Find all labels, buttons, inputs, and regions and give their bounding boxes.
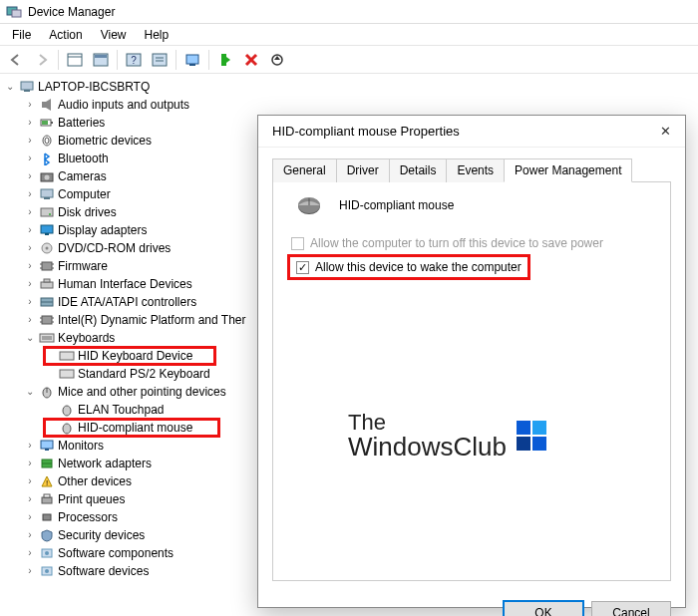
expander-icon[interactable]: › bbox=[24, 96, 36, 114]
expander-icon[interactable]: › bbox=[24, 275, 36, 293]
tree-hid-keyboard[interactable]: · HID Keyboard Device bbox=[44, 347, 215, 365]
expander-icon[interactable]: › bbox=[24, 437, 36, 455]
expander-icon[interactable]: › bbox=[24, 562, 36, 580]
svg-rect-25 bbox=[42, 121, 48, 125]
expander-icon[interactable]: ⌄ bbox=[24, 329, 36, 347]
expander-icon[interactable]: › bbox=[24, 167, 36, 185]
keyboard-icon bbox=[58, 348, 76, 364]
tree-item-label: Mice and other pointing devices bbox=[58, 383, 226, 401]
tab-general[interactable]: General bbox=[272, 158, 337, 182]
checkbox-label: Allow this device to wake the computer bbox=[315, 260, 522, 274]
hid-icon bbox=[38, 276, 56, 292]
close-icon[interactable]: ✕ bbox=[655, 124, 675, 139]
menu-action[interactable]: Action bbox=[41, 26, 90, 44]
checkbox-allow-turnoff: Allow the computer to turn off this devi… bbox=[287, 236, 656, 250]
update-button[interactable] bbox=[265, 49, 289, 71]
expander-icon[interactable]: › bbox=[24, 132, 36, 150]
checkbox-allow-wake[interactable]: ✓ Allow this device to wake the computer bbox=[292, 260, 522, 274]
expander-icon[interactable]: › bbox=[24, 508, 36, 526]
svg-point-33 bbox=[49, 213, 51, 215]
expander-icon[interactable]: › bbox=[24, 185, 36, 203]
tree-item-label: ELAN Touchpad bbox=[78, 401, 165, 419]
expander-icon[interactable]: › bbox=[24, 490, 36, 508]
cancel-button[interactable]: Cancel bbox=[591, 601, 671, 616]
cpu-icon bbox=[38, 509, 56, 525]
svg-rect-32 bbox=[41, 208, 53, 216]
expander-icon[interactable]: › bbox=[24, 472, 36, 490]
svg-text:!: ! bbox=[46, 478, 48, 487]
svg-rect-24 bbox=[51, 122, 53, 124]
menubar: File Action View Help bbox=[0, 24, 698, 46]
device-name: HID-compliant mouse bbox=[339, 198, 454, 212]
expander-icon[interactable]: ⌄ bbox=[24, 383, 36, 401]
menu-view[interactable]: View bbox=[93, 26, 135, 44]
svg-rect-52 bbox=[40, 334, 54, 342]
svg-point-37 bbox=[46, 247, 49, 250]
expander-icon[interactable]: › bbox=[24, 257, 36, 275]
svg-point-59 bbox=[63, 406, 71, 416]
tree-item-label: Print queues bbox=[58, 490, 125, 508]
svg-rect-55 bbox=[60, 352, 74, 360]
tree-item-label: Bluetooth bbox=[58, 150, 109, 167]
svg-marker-18 bbox=[274, 56, 280, 60]
dialog-titlebar[interactable]: HID-compliant mouse Properties ✕ bbox=[258, 116, 685, 148]
tree-item[interactable]: ›Audio inputs and outputs bbox=[4, 96, 698, 114]
ide-icon bbox=[38, 294, 56, 310]
forward-button[interactable] bbox=[30, 49, 54, 71]
expander-icon[interactable]: › bbox=[24, 150, 36, 167]
tree-item-label: Software components bbox=[58, 544, 174, 562]
properties-button[interactable] bbox=[89, 49, 113, 71]
svg-rect-21 bbox=[42, 102, 46, 108]
svg-rect-19 bbox=[21, 82, 33, 90]
checkbox-icon[interactable]: ✓ bbox=[296, 261, 309, 274]
tree-item-label: Display adapters bbox=[58, 221, 147, 239]
tab-details[interactable]: Details bbox=[389, 158, 448, 182]
sec-icon bbox=[38, 527, 56, 543]
expander-icon[interactable]: › bbox=[24, 239, 36, 257]
svg-point-27 bbox=[45, 138, 49, 144]
help-button[interactable]: ? bbox=[122, 49, 146, 71]
enable-button[interactable] bbox=[213, 49, 237, 71]
expander-icon[interactable]: › bbox=[24, 203, 36, 221]
expander-icon[interactable]: › bbox=[24, 526, 36, 544]
tab-driver[interactable]: Driver bbox=[336, 158, 390, 182]
tree-hid-mouse[interactable]: · HID-compliant mouse bbox=[44, 419, 219, 437]
svg-rect-11 bbox=[186, 55, 198, 64]
scan-button[interactable] bbox=[180, 49, 204, 71]
tab-events[interactable]: Events bbox=[446, 158, 505, 182]
menu-help[interactable]: Help bbox=[137, 26, 177, 44]
svg-rect-61 bbox=[41, 441, 53, 449]
svg-rect-44 bbox=[44, 279, 50, 282]
tab-power-management[interactable]: Power Management bbox=[504, 158, 632, 182]
tab-strip: General Driver Details Events Power Mana… bbox=[272, 157, 671, 182]
expander-icon[interactable]: › bbox=[24, 293, 36, 311]
tree-item-label: Keyboards bbox=[58, 329, 115, 347]
menu-file[interactable]: File bbox=[4, 26, 39, 44]
mouse-icon bbox=[58, 402, 76, 418]
uninstall-button[interactable] bbox=[239, 49, 263, 71]
keyboard-icon bbox=[38, 330, 56, 346]
options-button[interactable] bbox=[148, 49, 172, 71]
disk-icon bbox=[38, 204, 56, 220]
cd-icon bbox=[38, 240, 56, 256]
svg-rect-34 bbox=[41, 225, 53, 233]
svg-rect-1 bbox=[12, 10, 21, 17]
window-title: Device Manager bbox=[28, 5, 115, 19]
expander-icon[interactable]: › bbox=[24, 544, 36, 562]
expander-icon[interactable]: › bbox=[24, 221, 36, 239]
svg-rect-30 bbox=[41, 189, 53, 197]
show-hidden-button[interactable] bbox=[63, 49, 87, 71]
svg-rect-35 bbox=[45, 233, 49, 235]
devmgr-icon bbox=[6, 4, 22, 20]
back-button[interactable] bbox=[4, 49, 28, 71]
expander-icon[interactable]: › bbox=[24, 114, 36, 132]
expander-icon[interactable]: ⌄ bbox=[4, 78, 16, 96]
svg-rect-12 bbox=[189, 64, 195, 66]
tree-root[interactable]: ⌄ LAPTOP-IBCSBRTQ bbox=[4, 78, 698, 96]
svg-rect-2 bbox=[68, 54, 82, 66]
expander-icon[interactable]: › bbox=[24, 455, 36, 472]
ok-button[interactable]: OK bbox=[504, 601, 583, 616]
svg-rect-38 bbox=[42, 262, 52, 270]
expander-icon[interactable]: › bbox=[24, 311, 36, 329]
checkbox-icon bbox=[291, 237, 304, 250]
